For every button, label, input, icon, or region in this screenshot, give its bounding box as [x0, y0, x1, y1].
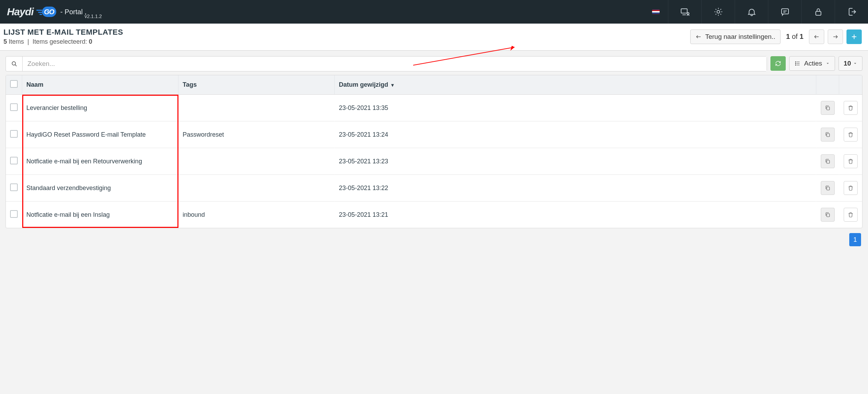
search-icon-box: [6, 57, 23, 71]
row-naam[interactable]: Standaard verzendbevestiging: [26, 185, 111, 191]
table-row: Leverancier bestelling 23-05-2021 13:35: [6, 95, 862, 121]
logo-speedlines-icon: [36, 9, 42, 15]
caret-down-icon: [826, 61, 830, 66]
nav-logout[interactable]: [835, 0, 868, 24]
logo-text: Haydi: [7, 6, 34, 18]
app-bar: Haydi GO - Portal , v2.1.1.2: [0, 0, 868, 24]
arrow-left-icon: [695, 34, 702, 40]
message-icon: [780, 7, 790, 17]
lock-icon: [813, 7, 824, 17]
add-template-button[interactable]: [846, 29, 862, 44]
pager-current: 1: [786, 33, 790, 40]
trash-icon: [848, 212, 854, 218]
logo-go-badge: GO: [42, 7, 56, 17]
content: Acties 10 Naam Tags: [0, 51, 868, 257]
row-copy-button[interactable]: [821, 181, 835, 195]
col-header-checkbox: [6, 75, 22, 95]
col-header-date[interactable]: Datum gewijzigd ▾: [335, 75, 816, 95]
row-copy-button[interactable]: [821, 208, 835, 222]
item-count-word: Items: [9, 38, 24, 45]
nav-settings[interactable]: [701, 0, 735, 24]
nav-lock[interactable]: [801, 0, 835, 24]
row-checkbox[interactable]: [10, 157, 18, 164]
svg-rect-13: [827, 160, 829, 163]
row-checkbox[interactable]: [10, 210, 18, 218]
page-size-dropdown[interactable]: 10: [838, 56, 862, 71]
row-copy-button[interactable]: [821, 154, 835, 168]
col-header-date-label: Datum gewijzigd: [339, 81, 388, 88]
row-delete-button[interactable]: [844, 128, 858, 142]
svg-rect-4: [816, 11, 821, 15]
copy-icon: [825, 158, 831, 164]
col-header-tags[interactable]: Tags: [178, 75, 335, 95]
copy-icon: [825, 131, 831, 138]
row-checkbox[interactable]: [10, 103, 18, 111]
locale-flag-nl[interactable]: [644, 0, 668, 24]
row-checkbox[interactable]: [10, 130, 18, 138]
gear-icon: [713, 7, 724, 17]
col-header-delete: [839, 75, 862, 95]
row-date: 23-05-2021 13:24: [339, 131, 388, 138]
nav-users[interactable]: [668, 0, 701, 24]
actions-dropdown[interactable]: Acties: [789, 56, 835, 71]
row-copy-button[interactable]: [821, 101, 835, 115]
row-naam[interactable]: Notficatie e-mail bij een Retourverwerki…: [26, 158, 142, 165]
row-delete-button[interactable]: [844, 208, 858, 222]
row-tags: inbound: [183, 211, 205, 218]
back-to-settings-button[interactable]: Terug naar instellingen..: [690, 29, 781, 44]
copy-icon: [825, 212, 831, 218]
col-header-naam[interactable]: Naam: [22, 75, 178, 95]
row-checkbox[interactable]: [10, 183, 18, 191]
page-current[interactable]: 1: [849, 233, 861, 246]
row-naam[interactable]: Notficatie e-mail bij een Inslag: [26, 211, 110, 218]
flag-nl-icon: [652, 9, 660, 14]
app-logo-block: Haydi GO - Portal , v2.1.1.2: [0, 0, 108, 24]
users-screen-icon: [680, 7, 690, 17]
page-header: LIJST MET E-MAIL TEMPLATES 5 Items | Ite…: [0, 24, 868, 51]
svg-rect-14: [827, 187, 829, 190]
arrow-right-icon: [832, 33, 839, 40]
row-copy-button[interactable]: [821, 128, 835, 142]
table-row: Notficatie e-mail bij een Inslag inbound…: [6, 202, 862, 228]
logout-icon: [846, 7, 857, 17]
portal-label: - Portal ,: [60, 8, 87, 16]
trash-icon: [848, 158, 854, 164]
refresh-button[interactable]: [770, 56, 786, 71]
row-delete-button[interactable]: [844, 181, 858, 195]
row-delete-button[interactable]: [844, 154, 858, 168]
svg-rect-3: [782, 9, 788, 14]
selected-label: Items geselecteerd:: [33, 38, 87, 45]
svg-rect-0: [681, 9, 687, 13]
templates-table: Naam Tags Datum gewijzigd ▾ Leverancier …: [6, 75, 862, 228]
trash-icon: [848, 105, 854, 111]
row-delete-button[interactable]: [844, 101, 858, 115]
pager-text: 1 of 1: [784, 33, 806, 41]
nav-messages[interactable]: [768, 0, 801, 24]
pager-next-button[interactable]: [828, 29, 843, 44]
search-input[interactable]: [23, 57, 767, 71]
caret-down-icon: [853, 61, 857, 66]
row-date: 23-05-2021 13:21: [339, 211, 388, 218]
table-row: Standaard verzendbevestiging 23-05-2021 …: [6, 175, 862, 202]
pager-of: of: [792, 33, 798, 40]
svg-point-10: [795, 65, 796, 66]
svg-point-9: [795, 63, 796, 64]
back-to-settings-label: Terug naar instellingen..: [705, 33, 775, 41]
list-toolbar: Acties 10: [6, 56, 862, 71]
row-naam[interactable]: Leverancier bestelling: [26, 104, 87, 111]
select-all-checkbox[interactable]: [10, 80, 18, 88]
pager-prev-button[interactable]: [809, 29, 824, 44]
row-naam[interactable]: HaydiGO Reset Password E-mail Template: [26, 131, 146, 138]
svg-point-8: [795, 62, 796, 62]
sort-desc-icon: ▾: [391, 82, 394, 88]
copy-icon: [825, 105, 831, 111]
svg-point-7: [12, 62, 15, 65]
nav-notifications[interactable]: [735, 0, 768, 24]
arrow-left-icon: [813, 33, 820, 40]
table-row: Notficatie e-mail bij een Retourverwerki…: [6, 148, 862, 175]
bell-icon: [746, 7, 757, 17]
svg-point-2: [717, 10, 720, 13]
page-title: LIJST MET E-MAIL TEMPLATES: [3, 28, 123, 37]
page-subtitle: 5 Items | Items geselecteerd: 0: [3, 38, 123, 45]
table-row: HaydiGO Reset Password E-mail Template P…: [6, 121, 862, 148]
